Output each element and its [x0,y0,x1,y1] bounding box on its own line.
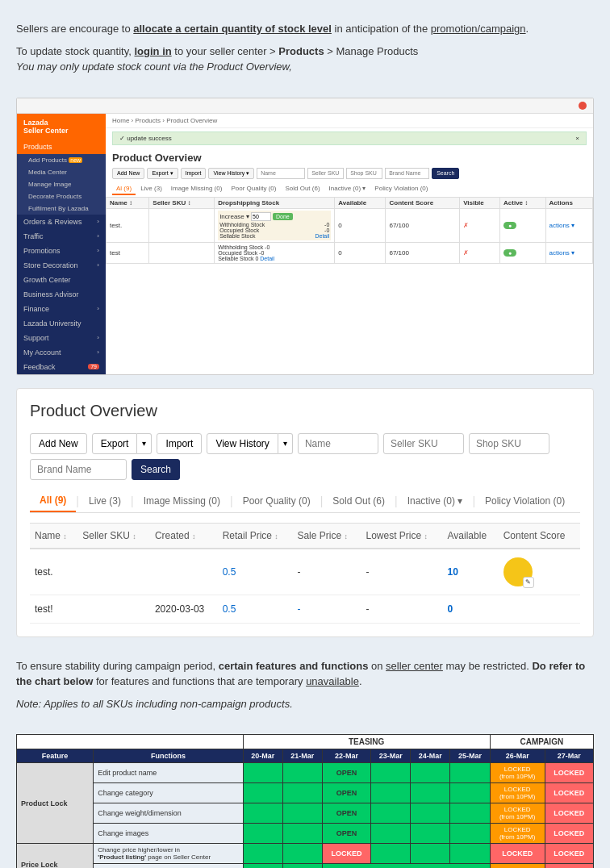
ss-cross-icon: ✗ [463,222,469,229]
po-tab-image-missing[interactable]: Image Missing (0) [134,490,230,511]
po-shop-sku-input[interactable] [469,433,549,454]
sidebar-item-account[interactable]: My Account › [17,345,106,360]
po-tab-inactive[interactable]: Inactive (0) ▾ [398,490,473,511]
ss-row1-sku [149,208,215,242]
ss-actions-link[interactable]: actions ▾ [549,222,575,229]
ss-view-history-btn[interactable]: View History ▾ [208,168,254,179]
po-row1-retail-link[interactable]: 0.5 [223,566,236,578]
sort-icon[interactable]: ↕ [274,532,278,540]
ss-shop-sku-input[interactable] [346,168,382,179]
po-col-created: Created ↕ [150,523,218,549]
po-view-history-arrow[interactable]: ▾ [278,433,293,454]
po-tab-policy-violation[interactable]: Policy Violation (0) [475,490,574,511]
col-20mar: 20-Mar [243,749,282,763]
ss-tab-live[interactable]: Live (3) [136,183,166,195]
ss-row2-actions[interactable]: actions ▾ [545,242,592,263]
po-import-btn[interactable]: Import [157,433,202,454]
ss-detail-link[interactable]: Detail [315,233,329,239]
sidebar-sub-manage-image[interactable]: Manage Image [17,178,106,190]
sort-icon[interactable]: ↕ [424,532,428,540]
ss-tab-all[interactable]: Al (9) [112,183,136,195]
table-row: test. Increase ▾ Done [107,208,593,242]
sidebar-item-orders[interactable]: Orders & Reviews › [17,215,106,229]
sidebar-item-traffic[interactable]: Traffic › [17,229,106,244]
po-row2-retail-link[interactable]: 0.5 [223,603,236,615]
po-row2-lowest: - [361,595,442,623]
po-search-btn[interactable]: Search [132,459,180,480]
ss-sellable-info: Sellable StockDetail [219,233,329,239]
ss-stock-input[interactable] [251,212,271,221]
sidebar-item-lazada-u[interactable]: Lazada University [17,316,106,331]
cell-locked: LOCKED [545,763,593,783]
sort-icon[interactable]: ↕ [63,532,67,540]
ss-col-stock: Dropshipping Stock [215,197,335,208]
cell-locked-10pm: LOCKED(from 10PM) [490,783,545,803]
ss-add-new-btn[interactable]: Add New [112,168,144,179]
po-view-history-btn[interactable]: View History [207,433,278,454]
sort-icon[interactable]: ↕ [132,532,136,540]
po-row1-created [150,549,218,595]
sidebar-item-products[interactable]: Products [17,140,106,154]
cell-open [282,803,322,824]
ss-export-btn[interactable]: Export ▾ [147,168,178,179]
ss-done-btn[interactable]: Done [273,213,293,220]
ss-row2-actions-link[interactable]: actions ▾ [549,249,575,257]
po-export-arrow[interactable]: ▾ [137,433,152,454]
sidebar-sub-add-products[interactable]: Add Products new [17,154,106,166]
table-row: Price Lock Change price higher/lower in'… [17,844,594,864]
product-lock-label: Product Lock [17,763,94,844]
screenshot-titlebar [17,98,593,114]
sort-icon[interactable]: ↕ [192,532,196,540]
ss-row1-stock: Increase ▾ Done Withholding Stock-0 Occu… [215,208,335,242]
cell-open [282,824,322,844]
sidebar-item-growth[interactable]: Growth Center [17,273,106,287]
po-tab-all[interactable]: All (9) [30,490,76,512]
sidebar-item-feedback[interactable]: Feedback 79 [17,360,106,374]
po-tab-poor-quality[interactable]: Poor Quality (0) [233,490,320,511]
po-row2-sale-link[interactable]: - [297,603,300,615]
ss-stock-cell: Increase ▾ Done Withholding Stock-0 Occu… [218,211,331,240]
sidebar-item-store[interactable]: Store Decoration › [17,258,106,273]
ss-seller-sku-input[interactable] [307,168,344,179]
cell-open [282,864,322,869]
ss-stock-increase: Increase ▾ [219,213,249,220]
cell-open [450,803,490,824]
sidebar-item-promotions[interactable]: Promotions › [17,244,106,258]
cell-open [450,844,490,864]
cell-locked: LOCKED [545,803,593,824]
ss-name-input[interactable] [257,168,305,179]
sidebar-item-support[interactable]: Support › [17,331,106,345]
sidebar-item-finance[interactable]: Finance › [17,302,106,316]
po-row1-score: ✎ [499,549,580,595]
ss-row1-actions[interactable]: actions ▾ [545,208,592,242]
po-export-btn[interactable]: Export [92,433,138,454]
campaign-table-teasing-row: TEASING CAMPAIGN [17,735,594,749]
ss-search-btn[interactable]: Search [432,168,459,179]
sort-icon[interactable]: ↕ [344,532,348,540]
sidebar-sub-decorate[interactable]: Decorate Products [17,190,106,202]
po-brand-input[interactable] [30,459,127,480]
po-seller-sku-input[interactable] [383,433,464,454]
ss-brand-input[interactable] [385,168,429,179]
po-tab-live[interactable]: Live (3) [79,490,131,511]
ss-close-icon[interactable]: × [575,135,579,142]
ss-import-btn[interactable]: Import [181,168,207,179]
po-edit-icon[interactable]: ✎ [523,577,534,588]
sidebar-item-business[interactable]: Business Advisor [17,287,106,302]
ss-tab-inactive[interactable]: Inactive (0) ▾ [325,183,370,195]
ss-row2-detail[interactable]: Detail [260,256,274,261]
screenshot-inner: LazadaSeller Center Products Add Product… [17,114,593,374]
po-add-new-btn[interactable]: Add New [30,433,87,454]
po-name-input[interactable] [298,433,378,454]
cell-open [411,844,450,864]
cell-open: OPEN [322,803,370,824]
sidebar-sub-fulfilment[interactable]: Fulfilment By Lazada [17,202,106,215]
sidebar-sub-media[interactable]: Media Center [17,166,106,178]
ss-tab-soldout[interactable]: Sold Out (6) [281,183,324,195]
ss-tab-image[interactable]: Image Missing (0) [167,183,227,195]
ss-tab-policy[interactable]: Policy Violation (0) [370,183,432,195]
ss-tab-quality[interactable]: Poor Quality (0) [227,183,280,195]
cell-open [282,783,322,803]
close-icon [579,102,587,110]
po-tab-sold-out[interactable]: Sold Out (6) [323,490,395,511]
